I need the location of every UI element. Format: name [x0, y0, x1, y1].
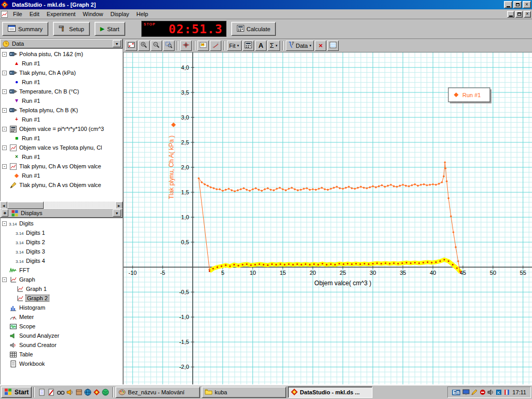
display-item[interactable]: Scope	[0, 322, 123, 331]
restore-button[interactable]	[513, 1, 522, 8]
quicklaunch-icon-2[interactable]	[47, 389, 55, 396]
displays-panel-menu-button[interactable]: ▼	[113, 209, 121, 217]
data-item[interactable]: -Poloha pistu, Ch 1&2 (m)	[0, 49, 123, 59]
summary-button[interactable]: Summary	[2, 22, 48, 36]
start-button[interactable]: ▶ Start	[95, 22, 125, 36]
data-item[interactable]: Tlak plynu, Ch A vs Objem valce	[0, 180, 123, 190]
mdi-restore-button[interactable]	[515, 11, 523, 18]
plot-area[interactable]: -10-5510152025303540455055-2,0-1,5-1,0-0…	[124, 52, 532, 384]
mdi-minimize-button[interactable]	[507, 11, 514, 18]
display-item[interactable]: Sound Analyzer	[0, 331, 123, 340]
scroll-thumb[interactable]	[7, 202, 44, 209]
collapse-icon[interactable]: -	[2, 89, 7, 94]
menu-experiment[interactable]: Experiment	[43, 10, 79, 18]
calculate-button[interactable]: Calculate	[231, 22, 276, 36]
language-indicator[interactable]: En	[452, 390, 461, 395]
display-subitem[interactable]: 3.14Digits 2	[0, 237, 123, 247]
slope-tool-button[interactable]	[210, 41, 221, 51]
selection-tool-button[interactable]	[197, 41, 209, 51]
quicklaunch-icon-1[interactable]	[38, 389, 46, 396]
fit-menu-button[interactable]: Fit ▼	[227, 41, 242, 51]
menu-window[interactable]: Window	[79, 10, 107, 18]
text-tool-button[interactable]: A	[255, 41, 267, 51]
display-subitem[interactable]: Graph 1	[0, 284, 123, 294]
collapse-icon[interactable]: -	[2, 277, 7, 282]
collapse-icon[interactable]: -	[2, 145, 7, 150]
quicklaunch-icon-4[interactable]	[66, 389, 74, 396]
start-menu-button[interactable]: Start	[1, 387, 32, 398]
run-item[interactable]: ■Run #1	[0, 134, 123, 143]
display-item[interactable]: Sound Creator	[0, 340, 123, 350]
graph-settings-button[interactable]	[327, 41, 339, 51]
display-item[interactable]: Workbook	[0, 359, 123, 368]
tray-icon-3[interactable]	[480, 389, 486, 395]
scroll-track[interactable]	[7, 202, 115, 208]
run-item[interactable]: ●Run #1	[0, 77, 123, 87]
tray-icon-1[interactable]	[462, 389, 470, 395]
data-item[interactable]: -Teplota plynu, Ch B (K)	[0, 105, 123, 115]
display-subitem[interactable]: 3.14Digits 3	[0, 247, 123, 256]
scroll-left-button[interactable]: ◀	[0, 202, 7, 209]
quicklaunch-icon-5[interactable]	[75, 389, 83, 396]
menu-help[interactable]: Help	[133, 10, 152, 18]
data-item[interactable]: -Tlak plynu, Ch A vs Objem valce	[0, 162, 123, 171]
data-item[interactable]: -Temperature, Ch B (°C)	[0, 87, 123, 96]
display-subitem[interactable]: 3.14Digits 1	[0, 228, 123, 237]
collapse-icon[interactable]: -	[2, 71, 7, 75]
splitter-button[interactable]: ◆	[2, 209, 8, 217]
setup-button[interactable]: Setup	[53, 22, 90, 36]
display-item[interactable]: Histogram	[0, 303, 123, 312]
task-button[interactable]: kuba	[202, 387, 286, 398]
data-panel-hscrollbar[interactable]: ◀ ▶	[0, 201, 123, 208]
scroll-right-button[interactable]: ▶	[115, 202, 123, 209]
collapse-icon[interactable]: -	[2, 127, 7, 131]
run-item[interactable]: ◆Run #1	[0, 171, 123, 180]
run-item[interactable]: +Run #1	[0, 115, 123, 124]
display-item[interactable]: -3.14Digits	[0, 219, 123, 228]
displays-panel-header[interactable]: ◆ Displays ▼	[0, 208, 123, 218]
minimize-button[interactable]	[504, 1, 512, 8]
run-item[interactable]: ▼Run #1	[0, 96, 123, 105]
collapse-icon[interactable]: -	[2, 52, 7, 57]
tray-icon-6[interactable]	[503, 389, 510, 395]
menu-edit[interactable]: Edit	[26, 10, 43, 18]
display-item[interactable]: Meter	[0, 312, 123, 322]
collapse-icon[interactable]: -	[2, 164, 7, 169]
run-item[interactable]: ▲Run #1	[0, 59, 123, 68]
data-item[interactable]: -Objem valce vs Teplota plynu, Cl	[0, 143, 123, 152]
display-subitem[interactable]: 3.14Digits 4	[0, 256, 123, 265]
display-item[interactable]: -Graph	[0, 275, 123, 284]
data-item[interactable]: -Tlak plynu, Ch A (kPa)	[0, 68, 123, 77]
data-panel-header[interactable]: Data ▼	[0, 39, 123, 48]
scale-to-fit-button[interactable]	[125, 41, 137, 51]
quicklaunch-icon-6[interactable]	[84, 389, 91, 396]
data-menu-button[interactable]: Data ▼	[286, 41, 314, 51]
remove-button[interactable]: ×	[315, 41, 326, 51]
display-item[interactable]: FFT	[0, 265, 123, 275]
tray-icon-5[interactable]: K	[496, 389, 502, 395]
quicklaunch-icon-7[interactable]	[93, 389, 100, 396]
menu-display[interactable]: Display	[107, 10, 132, 18]
data-panel-menu-button[interactable]: ▼	[113, 40, 121, 47]
calculate-tool-button[interactable]	[243, 41, 254, 51]
smart-tool-button[interactable]	[180, 41, 192, 51]
data-item[interactable]: -Objem valce = pi*r*r*y*100 (cm^3	[0, 124, 123, 134]
quicklaunch-icon-8[interactable]	[102, 389, 109, 396]
collapse-icon[interactable]: -	[2, 108, 7, 113]
zoom-out-button[interactable]	[151, 41, 162, 51]
close-button[interactable]: ×	[523, 1, 531, 8]
mdi-close-button[interactable]: ×	[524, 11, 531, 18]
collapse-icon[interactable]: -	[2, 221, 7, 226]
display-subitem-selected[interactable]: Graph 2	[0, 294, 123, 303]
menu-file[interactable]: File	[9, 10, 26, 18]
task-button[interactable]: DataStudio - mkl.ds ...	[288, 387, 373, 398]
display-item[interactable]: Table	[0, 350, 123, 359]
quicklaunch-icon-3[interactable]	[57, 389, 65, 396]
run-item[interactable]: ×Run #1	[0, 152, 123, 162]
zoom-select-button[interactable]	[163, 41, 175, 51]
tray-icon-4[interactable]	[487, 389, 494, 395]
statistics-button[interactable]: Σ ▼	[268, 41, 280, 51]
zoom-in-button[interactable]	[138, 41, 150, 51]
task-button[interactable]: Bez_názvu - Malování	[115, 387, 200, 398]
tray-icon-2[interactable]	[471, 389, 478, 395]
